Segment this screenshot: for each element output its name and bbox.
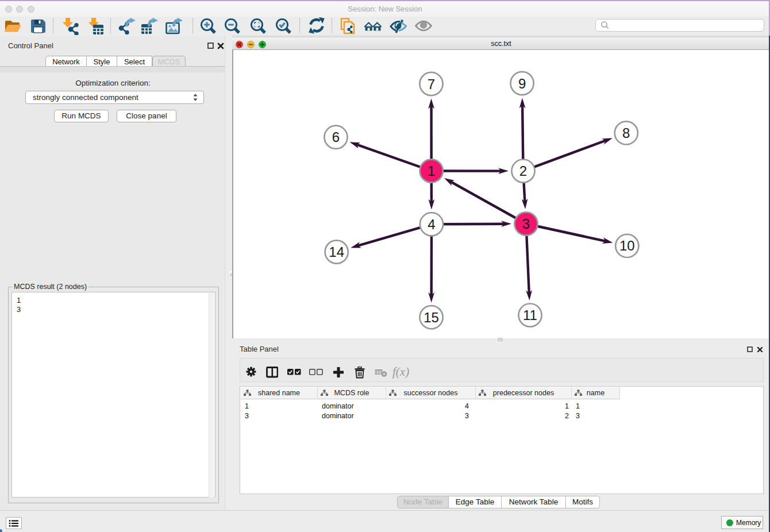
svg-text:f(x): f(x)	[392, 367, 409, 379]
svg-text:9: 9	[518, 76, 526, 91]
svg-text:6: 6	[332, 129, 340, 145]
svg-text:15: 15	[424, 310, 439, 325]
svg-text:7: 7	[428, 76, 435, 92]
svg-text:3: 3	[522, 216, 530, 232]
svg-text:14: 14	[329, 244, 344, 260]
svg-text:1: 1	[428, 163, 435, 179]
svg-text:8: 8	[622, 125, 630, 141]
svg-text:2: 2	[519, 163, 527, 179]
svg-text:10: 10	[619, 238, 635, 253]
svg-text:11: 11	[523, 307, 537, 323]
svg-text:4: 4	[428, 217, 435, 232]
